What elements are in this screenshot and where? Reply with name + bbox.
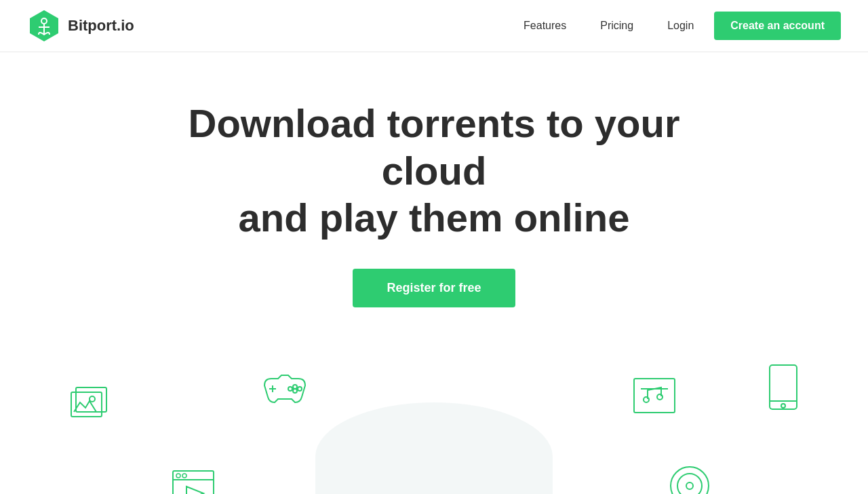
- svg-point-26: [677, 474, 702, 494]
- photo-icon-item: [68, 382, 115, 425]
- photo-icon: [68, 382, 115, 423]
- svg-point-24: [182, 474, 186, 478]
- svg-marker-22: [186, 487, 203, 494]
- svg-point-10: [298, 387, 302, 391]
- cloud-shape: [315, 402, 553, 494]
- header: Bitport.io Features Pricing Login Create…: [0, 0, 868, 52]
- disc-icon-item: [668, 464, 712, 494]
- hero-section: Download torrents to your cloud and play…: [0, 52, 868, 335]
- gamepad-icon: [258, 368, 312, 409]
- svg-rect-13: [634, 379, 675, 413]
- svg-point-19: [781, 404, 785, 408]
- disc-icon: [668, 464, 712, 494]
- nav-pricing[interactable]: Pricing: [587, 13, 647, 39]
- logo-text: Bitport.io: [68, 17, 134, 35]
- video-icon: [170, 468, 217, 494]
- svg-point-27: [686, 482, 693, 489]
- svg-point-11: [293, 389, 297, 393]
- main-content: Download torrents to your cloud and play…: [0, 52, 868, 494]
- svg-point-6: [90, 396, 95, 402]
- logo[interactable]: Bitport.io: [27, 9, 134, 43]
- nav: Features Pricing Login Create an account: [510, 12, 841, 40]
- nav-login[interactable]: Login: [654, 13, 707, 39]
- tablet-icon-item: [766, 362, 800, 415]
- music-icon-item: [631, 375, 678, 419]
- register-button[interactable]: Register for free: [353, 269, 515, 307]
- create-account-button[interactable]: Create an account: [714, 12, 841, 40]
- svg-point-25: [671, 467, 709, 494]
- video-icon-item: [170, 468, 217, 494]
- svg-point-23: [176, 474, 180, 478]
- svg-point-15: [644, 397, 649, 402]
- logo-icon: [27, 9, 61, 43]
- icons-area: [0, 355, 868, 494]
- music-icon: [631, 375, 678, 416]
- svg-rect-17: [770, 365, 797, 409]
- svg-rect-20: [173, 471, 214, 494]
- svg-point-16: [657, 394, 663, 400]
- svg-point-12: [288, 387, 292, 391]
- hero-title: Download torrents to your cloud and play…: [163, 100, 705, 242]
- nav-features[interactable]: Features: [510, 13, 580, 39]
- tablet-icon: [766, 362, 800, 413]
- gamepad-icon-item: [258, 368, 312, 412]
